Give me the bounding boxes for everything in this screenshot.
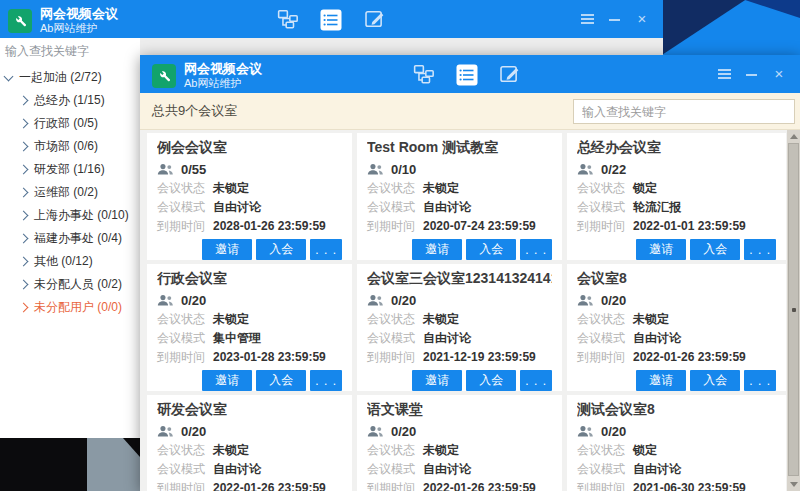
minimize-icon[interactable]: [608, 12, 622, 26]
tree-item[interactable]: 未分配人员 (0/2): [0, 273, 140, 296]
participant-count: 0/20: [601, 293, 626, 308]
chevron-right-icon[interactable]: [19, 211, 29, 221]
join-button[interactable]: 入会: [690, 370, 740, 391]
tree-item[interactable]: 福建办事处 (0/4): [0, 227, 140, 250]
chevron-down-icon[interactable]: [4, 71, 14, 81]
mode-label: 会议模式: [157, 330, 213, 347]
chevron-right-icon[interactable]: [19, 142, 29, 152]
join-button[interactable]: 入会: [466, 239, 516, 260]
status-value: 未锁定: [423, 442, 459, 459]
more-button[interactable]: . . .: [310, 370, 342, 391]
chevron-right-icon[interactable]: [19, 96, 29, 106]
chevron-right-icon[interactable]: [19, 165, 29, 175]
tree-item-unassigned-users[interactable]: 未分配用户 (0/0): [0, 296, 140, 319]
invite-button[interactable]: 邀请: [412, 239, 462, 260]
chevron-right-icon[interactable]: [19, 119, 29, 129]
room-name: 测试会议室8: [577, 401, 776, 420]
status-label: 会议状态: [367, 180, 423, 197]
list-view-icon[interactable]: [320, 9, 342, 31]
expire-value: 2021-06-30 23:59:59: [633, 481, 746, 491]
expire-label: 到期时间: [367, 480, 423, 491]
org-tree: 一起加油 (2/72) 总经办 (1/15) 行政部 (0/5) 市场部 (0/…: [0, 62, 140, 319]
tree-item[interactable]: 其他 (0/12): [0, 250, 140, 273]
more-button[interactable]: . . .: [520, 370, 552, 391]
tree-item[interactable]: 研发部 (1/16): [0, 158, 140, 181]
chevron-right-icon[interactable]: [19, 280, 29, 290]
edit-icon[interactable]: [364, 8, 386, 30]
expire-label: 到期时间: [577, 480, 633, 491]
tree-item-root[interactable]: 一起加油 (2/72): [0, 66, 140, 89]
participant-count: 0/22: [601, 162, 626, 177]
close-icon[interactable]: ×: [635, 12, 649, 26]
room-cards: 例会会议室 0/55 会议状态未锁定 会议模式自由讨论 到期时间2028-01-…: [140, 130, 800, 491]
org-chart-icon[interactable]: [277, 8, 299, 30]
status-value: 锁定: [633, 180, 657, 197]
status-value: 未锁定: [213, 442, 249, 459]
invite-button[interactable]: 邀请: [412, 370, 462, 391]
status-value: 未锁定: [633, 311, 669, 328]
mode-value: 集中管理: [213, 330, 261, 347]
expire-label: 到期时间: [577, 218, 633, 235]
chevron-right-icon[interactable]: [19, 234, 29, 244]
org-chart-icon[interactable]: [413, 63, 435, 85]
expire-label: 到期时间: [367, 218, 423, 235]
scroll-down-button[interactable]: [787, 478, 800, 491]
join-button[interactable]: 入会: [256, 370, 306, 391]
participant-count: 0/20: [391, 424, 416, 439]
join-button[interactable]: 入会: [690, 239, 740, 260]
status-label: 会议状态: [577, 311, 633, 328]
people-icon: [577, 294, 594, 307]
status-label: 会议状态: [367, 442, 423, 459]
app-title: 网会视频会议: [184, 62, 262, 77]
minimize-icon[interactable]: [745, 67, 759, 81]
sidebar-search-input[interactable]: 输入查找关键字: [0, 38, 140, 62]
menu-icon[interactable]: [581, 12, 595, 26]
more-button[interactable]: . . .: [520, 239, 552, 260]
tree-item[interactable]: 市场部 (0/6): [0, 135, 140, 158]
invite-button[interactable]: 邀请: [202, 239, 252, 260]
meeting-room-card: 研发会议室 0/20 会议状态未锁定 会议模式自由讨论 到期时间2022-01-…: [147, 395, 352, 491]
invite-button[interactable]: 邀请: [636, 370, 686, 391]
expire-value: 2021-12-19 23:59:59: [423, 350, 536, 364]
close-icon[interactable]: ×: [772, 67, 786, 81]
mode-value: 自由讨论: [423, 330, 471, 347]
wallpaper-corner-triangle: [745, 0, 800, 18]
chevron-right-icon[interactable]: [19, 303, 29, 313]
more-button[interactable]: . . .: [744, 370, 776, 391]
invite-button[interactable]: 邀请: [202, 370, 252, 391]
mode-value: 自由讨论: [423, 461, 471, 478]
room-search-input[interactable]: [573, 99, 795, 124]
org-sidebar: 输入查找关键字 一起加油 (2/72) 总经办 (1/15) 行政部 (0/5)…: [0, 38, 140, 438]
chevron-right-icon[interactable]: [19, 257, 29, 267]
expire-value: 2022-01-26 23:59:59: [423, 481, 536, 491]
participant-count: 0/10: [391, 162, 416, 177]
join-button[interactable]: 入会: [466, 370, 516, 391]
tree-item[interactable]: 上海办事处 (0/10): [0, 204, 140, 227]
participant-count: 0/20: [181, 424, 206, 439]
edit-icon[interactable]: [499, 63, 521, 85]
chevron-right-icon[interactable]: [19, 188, 29, 198]
participant-count: 0/20: [181, 293, 206, 308]
room-name: 行政会议室: [157, 270, 342, 289]
more-button[interactable]: . . .: [310, 239, 342, 260]
expire-value: 2023-01-28 23:59:59: [213, 350, 326, 364]
scrollbar-thumb[interactable]: [788, 143, 799, 476]
list-view-icon-active[interactable]: [456, 64, 478, 86]
scroll-up-button[interactable]: [787, 130, 800, 143]
app-identity: 网会视频会议 Ab网站维护: [152, 62, 262, 90]
vertical-scrollbar[interactable]: [787, 130, 800, 491]
meeting-room-card: 总经办会议室 0/22 会议状态锁定 会议模式轮流汇报 到期时间2022-01-…: [567, 133, 786, 260]
participant-count: 0/55: [181, 162, 206, 177]
status-label: 会议状态: [157, 180, 213, 197]
more-button[interactable]: . . .: [744, 239, 776, 260]
join-button[interactable]: 入会: [256, 239, 306, 260]
invite-button[interactable]: 邀请: [636, 239, 686, 260]
participant-count: 0/20: [391, 293, 416, 308]
tree-item[interactable]: 行政部 (0/5): [0, 112, 140, 135]
menu-icon[interactable]: [718, 67, 732, 81]
tree-item[interactable]: 总经办 (1/15): [0, 89, 140, 112]
tree-item[interactable]: 运维部 (0/2): [0, 181, 140, 204]
room-grid-area: 例会会议室 0/55 会议状态未锁定 会议模式自由讨论 到期时间2028-01-…: [140, 130, 800, 491]
expire-value: 2028-01-26 23:59:59: [213, 219, 326, 233]
front-window: 网会视频会议 Ab网站维护 × 总共9个会议室: [140, 55, 800, 491]
